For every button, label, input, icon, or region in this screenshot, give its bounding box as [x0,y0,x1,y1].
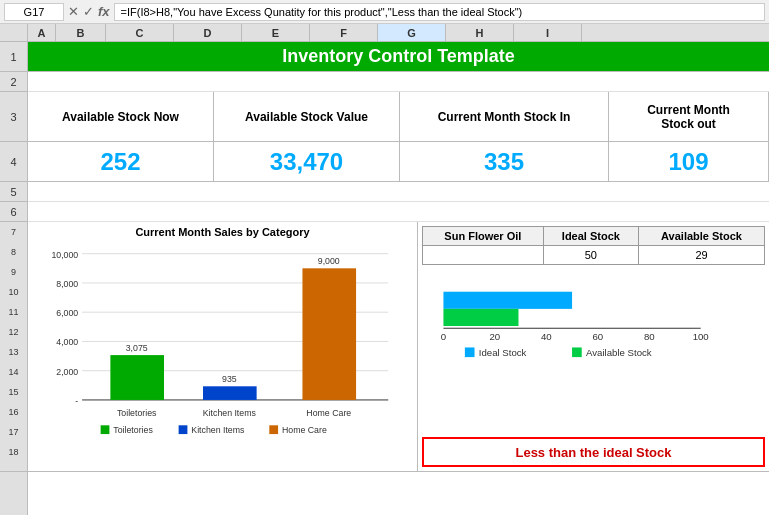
svg-rect-28 [443,309,518,326]
svg-rect-21 [101,425,110,434]
column-headers: A B C D E F G H I [0,24,769,42]
svg-text:Toiletories: Toiletories [117,408,157,418]
svg-text:935: 935 [222,374,237,384]
svg-text:100: 100 [693,331,709,342]
empty-row-6 [28,202,769,222]
svg-text:Available Stock: Available Stock [586,347,652,358]
stats-header-row: Available Stock Now Available Stock Valu… [28,92,769,142]
confirm-icon[interactable]: ✓ [83,4,94,19]
stock-available: 29 [639,246,765,265]
stock-data-row: 50 29 [423,246,765,265]
col-header-h[interactable]: H [446,24,514,41]
svg-rect-18 [302,268,356,400]
row-header-3[interactable]: 3 [0,92,27,142]
stock-col-header-0: Sun Flower Oil [423,227,544,246]
function-icon[interactable]: fx [98,4,110,19]
svg-text:60: 60 [592,331,603,342]
stat-value-2: 335 [400,142,609,181]
svg-text:4,000: 4,000 [56,337,78,347]
svg-text:3,075: 3,075 [126,343,148,353]
row-header-2[interactable]: 2 [0,72,27,92]
row-header-5[interactable]: 5 [0,182,27,202]
stock-table-area: Sun Flower Oil Ideal Stock Available Sto… [418,222,769,433]
title-row: Inventory Control Template [28,42,769,72]
svg-text:2,000: 2,000 [56,367,78,377]
stock-col-header-2: Available Stock [639,227,765,246]
col-header-c[interactable]: C [106,24,174,41]
col-header-b[interactable]: B [56,24,106,41]
svg-rect-12 [110,355,164,400]
status-row: Less than the ideal Stock [422,437,765,467]
stock-ideal: 50 [543,246,638,265]
stock-col-header-1: Ideal Stock [543,227,638,246]
status-message: Less than the ideal Stock [515,445,671,460]
svg-text:Home Care: Home Care [306,408,351,418]
stock-table: Sun Flower Oil Ideal Stock Available Sto… [422,226,765,265]
svg-text:Home Care: Home Care [282,425,327,435]
svg-rect-36 [465,347,475,357]
col-header-e[interactable]: E [242,24,310,41]
row-header-6[interactable]: 6 [0,202,27,222]
stat-value-1: 33,470 [214,142,400,181]
spreadsheet: 1 2 3 4 5 6 789101112131415161718 Invent… [0,42,769,515]
stock-product [423,246,544,265]
svg-text:Kitchen Items: Kitchen Items [203,408,257,418]
spreadsheet-title: Inventory Control Template [282,46,515,67]
stat-header-0: Available Stock Now [28,92,214,141]
stat-header-2: Current Month Stock In [400,92,609,141]
charts-row: Current Month Sales by Category 10,000 8… [28,222,769,472]
svg-text:10,000: 10,000 [51,250,78,260]
right-area: Sun Flower Oil Ideal Stock Available Sto… [418,222,769,471]
svg-text:-: - [75,396,78,406]
svg-text:0: 0 [441,331,446,342]
svg-rect-15 [203,386,257,400]
col-header-g[interactable]: G [378,24,446,41]
svg-text:40: 40 [541,331,552,342]
svg-text:80: 80 [644,331,655,342]
svg-text:Kitchen Items: Kitchen Items [191,425,245,435]
svg-text:Ideal Stock: Ideal Stock [479,347,527,358]
col-header-i[interactable]: I [514,24,582,41]
svg-text:9,000: 9,000 [318,256,340,266]
cancel-icon[interactable]: ✕ [68,4,79,19]
bar-chart-area: Current Month Sales by Category 10,000 8… [28,222,418,471]
col-header-d[interactable]: D [174,24,242,41]
col-header-a[interactable]: A [28,24,56,41]
stat-header-3: Current MonthStock out [609,92,769,141]
svg-rect-25 [269,425,278,434]
col-header-f[interactable]: F [310,24,378,41]
header-spacer [0,24,28,41]
formula-input[interactable]: =IF(I8>H8,"You have Excess Qunatity for … [114,3,765,21]
stats-value-row: 252 33,470 335 109 [28,142,769,182]
row-header-1[interactable]: 1 [0,42,27,72]
svg-rect-27 [443,292,572,309]
row-headers: 1 2 3 4 5 6 789101112131415161718 [0,42,28,515]
row-header-4[interactable]: 4 [0,142,27,182]
svg-rect-38 [572,347,582,357]
hbar-chart-area: 0 20 40 60 80 100 Ideal Stock Available … [422,281,765,370]
stat-header-1: Available Stock Value [214,92,400,141]
grid-content: Inventory Control Template Available Sto… [28,42,769,515]
formula-icons: ✕ ✓ fx [68,4,110,19]
empty-row-5 [28,182,769,202]
svg-text:8,000: 8,000 [56,279,78,289]
row-header-7-18[interactable]: 789101112131415161718 [0,222,27,472]
formula-bar: G17 ✕ ✓ fx =IF(I8>H8,"You have Excess Qu… [0,0,769,24]
bar-chart-title: Current Month Sales by Category [32,226,413,238]
stat-value-3: 109 [609,142,769,181]
svg-rect-23 [179,425,188,434]
svg-text:Toiletories: Toiletories [113,425,153,435]
stat-value-0: 252 [28,142,214,181]
hbar-svg: 0 20 40 60 80 100 Ideal Stock Available … [422,281,765,367]
cell-reference[interactable]: G17 [4,3,64,21]
bar-chart-svg: 10,000 8,000 6,000 4,000 2,000 - [32,242,413,437]
svg-text:6,000: 6,000 [56,308,78,318]
svg-text:20: 20 [490,331,501,342]
bar-chart: 10,000 8,000 6,000 4,000 2,000 - [32,242,413,437]
empty-row-2 [28,72,769,92]
